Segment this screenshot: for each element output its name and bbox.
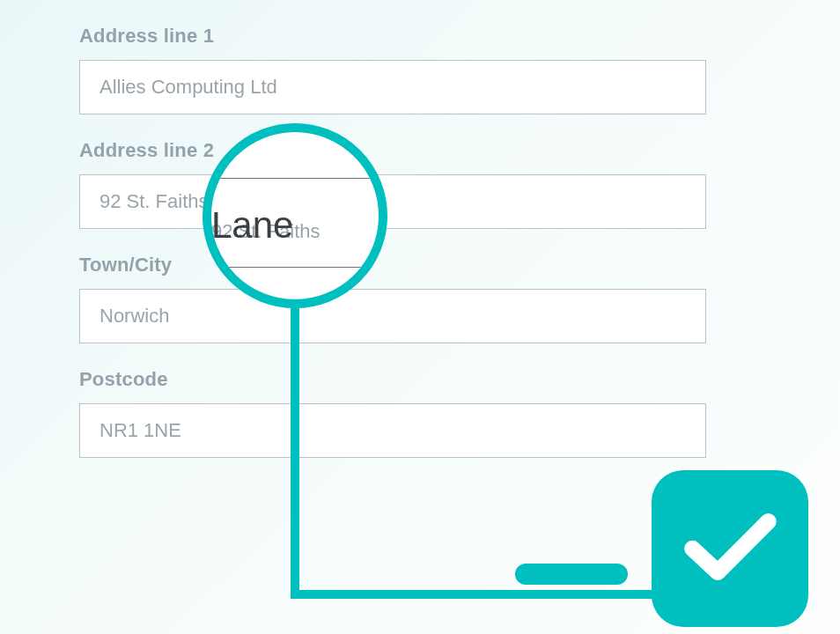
address-line-2-label: Address line 2 [79,139,706,162]
address-line-2-input[interactable] [79,174,706,229]
submit-button[interactable] [652,470,808,627]
address-form: Address line 1 Address line 2 Town/City … [79,25,706,483]
postcode-input[interactable] [79,403,706,458]
accent-dash [515,564,628,585]
connector-vertical [291,308,299,599]
postcode-field: Postcode [79,368,706,458]
address-line-2-field: Address line 2 [79,139,706,229]
connector-horizontal [291,590,653,599]
postcode-label: Postcode [79,368,706,391]
address-line-1-input[interactable] [79,60,706,114]
check-icon [684,511,777,586]
town-city-input[interactable] [79,289,706,343]
town-city-label: Town/City [79,254,706,276]
address-line-1-field: Address line 1 [79,25,706,114]
address-line-1-label: Address line 1 [79,25,706,48]
town-city-field: Town/City [79,254,706,343]
